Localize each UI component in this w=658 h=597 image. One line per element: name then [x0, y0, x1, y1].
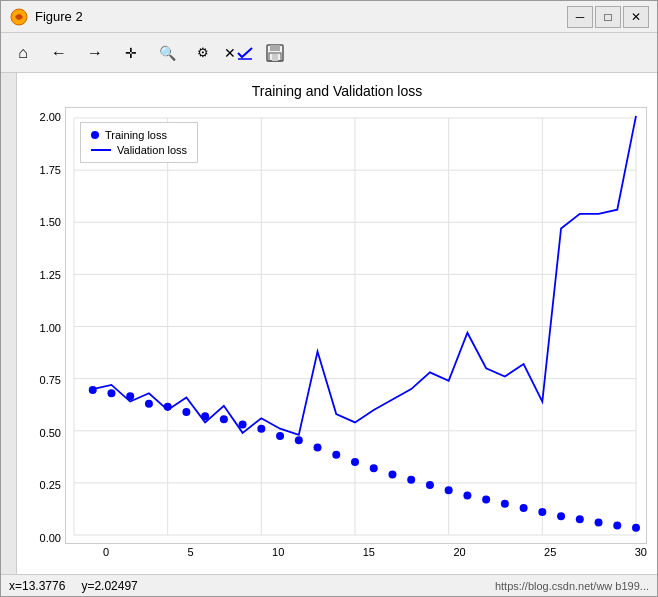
y-axis-label: 1.00 [40, 322, 61, 334]
chart-area: 2.001.751.501.251.000.750.500.250.00 Tra… [27, 107, 647, 564]
pan-button[interactable]: ✛ [115, 37, 147, 69]
x-axis-label: 5 [188, 546, 194, 564]
minimize-button[interactable]: ─ [567, 6, 593, 28]
svg-point-27 [182, 408, 190, 416]
zoom-button[interactable]: 🔍 [151, 37, 183, 69]
legend-validation-label: Validation loss [117, 144, 187, 156]
svg-point-40 [426, 481, 434, 489]
legend-training-label: Training loss [105, 129, 167, 141]
svg-point-42 [463, 491, 471, 499]
chart-plot[interactable]: Training loss Validation loss [65, 107, 647, 544]
svg-point-51 [632, 524, 640, 532]
svg-point-24 [126, 392, 134, 400]
svg-point-22 [89, 386, 97, 394]
svg-point-44 [501, 500, 509, 508]
svg-point-31 [257, 425, 265, 433]
y-axis-label: 1.50 [40, 216, 61, 228]
svg-rect-5 [272, 54, 278, 61]
x-axis-label: 15 [363, 546, 375, 564]
x-axis-label: 10 [272, 546, 284, 564]
svg-point-32 [276, 432, 284, 440]
chart-title: Training and Validation loss [27, 83, 647, 99]
svg-point-23 [107, 389, 115, 397]
configure-button[interactable]: ⚙ [187, 37, 219, 69]
forward-button[interactable]: → [79, 37, 111, 69]
svg-point-35 [332, 451, 340, 459]
status-bar: x=13.3776 y=2.02497 https://blog.csdn.ne… [1, 574, 657, 596]
main-window: Figure 2 ─ □ ✕ ⌂ ← → ✛ 🔍 ⚙ ✕ [0, 0, 658, 597]
svg-point-45 [520, 504, 528, 512]
validation-line-icon [91, 149, 111, 151]
svg-point-33 [295, 436, 303, 444]
svg-point-25 [145, 400, 153, 408]
title-bar: Figure 2 ─ □ ✕ [1, 1, 657, 33]
y-axis-label: 1.25 [40, 269, 61, 281]
svg-point-29 [220, 415, 228, 423]
svg-point-26 [164, 403, 172, 411]
x-axis-label: 20 [453, 546, 465, 564]
y-coord: y=2.02497 [81, 579, 137, 593]
window-title: Figure 2 [35, 9, 567, 24]
edit-button[interactable]: ✕ [223, 37, 255, 69]
back-button[interactable]: ← [43, 37, 75, 69]
svg-point-41 [445, 486, 453, 494]
chart-container: Training and Validation loss 2.001.751.5… [17, 73, 657, 574]
svg-point-28 [201, 412, 209, 420]
svg-point-48 [576, 515, 584, 523]
svg-point-30 [239, 420, 247, 428]
svg-point-38 [388, 471, 396, 479]
chart-svg [66, 108, 646, 543]
status-url: https://blog.csdn.net/ww b199... [495, 580, 649, 592]
training-dot-icon [91, 131, 99, 139]
svg-point-50 [613, 522, 621, 530]
close-button[interactable]: ✕ [623, 6, 649, 28]
svg-point-39 [407, 476, 415, 484]
svg-point-37 [370, 464, 378, 472]
x-axis-label: 30 [635, 546, 647, 564]
maximize-button[interactable]: □ [595, 6, 621, 28]
legend-validation: Validation loss [91, 144, 187, 156]
svg-point-49 [595, 518, 603, 526]
content-area: Training and Validation loss 2.001.751.5… [1, 73, 657, 574]
x-coord: x=13.3776 [9, 579, 65, 593]
save-button[interactable] [259, 37, 291, 69]
y-axis-label: 1.75 [40, 164, 61, 176]
legend-training: Training loss [91, 129, 187, 141]
svg-point-34 [314, 443, 322, 451]
x-axis-labels: 051015202530 [65, 544, 647, 564]
status-coords: x=13.3776 y=2.02497 [9, 579, 138, 593]
y-axis-label: 0.75 [40, 374, 61, 386]
window-controls: ─ □ ✕ [567, 6, 649, 28]
y-axis-label: 0.50 [40, 427, 61, 439]
y-axis-labels: 2.001.751.501.251.000.750.500.250.00 [27, 107, 65, 564]
svg-rect-3 [270, 45, 280, 51]
svg-point-47 [557, 512, 565, 520]
svg-point-46 [538, 508, 546, 516]
y-axis-label: 0.00 [40, 532, 61, 544]
home-button[interactable]: ⌂ [7, 37, 39, 69]
svg-point-36 [351, 458, 359, 466]
x-axis-label: 25 [544, 546, 556, 564]
x-axis-label: 0 [103, 546, 109, 564]
left-strip [1, 73, 17, 574]
legend: Training loss Validation loss [80, 122, 198, 163]
toolbar: ⌂ ← → ✛ 🔍 ⚙ ✕ [1, 33, 657, 73]
svg-point-43 [482, 496, 490, 504]
y-axis-label: 2.00 [40, 111, 61, 123]
window-icon [9, 7, 29, 27]
y-axis-label: 0.25 [40, 479, 61, 491]
